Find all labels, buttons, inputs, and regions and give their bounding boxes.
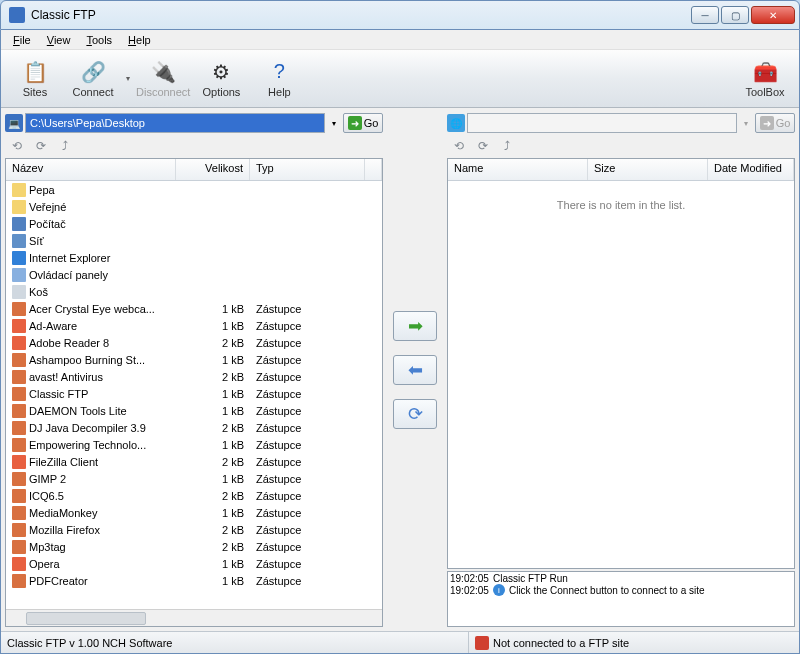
app-icon [9,7,25,23]
list-item[interactable]: Opera1 kBZástupce [6,555,382,572]
file-icon [12,234,26,248]
list-item[interactable]: avast! Antivirus2 kBZástupce [6,368,382,385]
list-item[interactable]: Mozilla Firefox2 kBZástupce [6,521,382,538]
close-button[interactable]: ✕ [751,6,795,24]
local-go-button[interactable]: ➜Go [343,113,383,133]
menu-tools[interactable]: Tools [78,32,120,48]
col-type[interactable]: Typ [250,159,365,180]
titlebar[interactable]: Classic FTP ─ ▢ ✕ [0,0,800,30]
connect-dropdown[interactable]: ▾ [123,53,133,105]
list-item[interactable]: Koš [6,283,382,300]
go-arrow-icon: ➜ [760,116,774,130]
col-size[interactable]: Velikost [176,159,250,180]
file-icon [12,302,26,316]
path-dropdown[interactable]: ▾ [327,119,341,128]
menu-view[interactable]: View [39,32,79,48]
remote-fwd-icon[interactable]: ⟳ [475,138,491,154]
drive-icon[interactable]: 💻 [5,114,23,132]
help-icon: ? [267,60,291,84]
file-icon [12,574,26,588]
local-path-input[interactable] [25,113,325,133]
list-item[interactable]: Veřejné [6,198,382,215]
list-item[interactable]: Mp3tag2 kBZástupce [6,538,382,555]
local-back-icon[interactable]: ⟲ [9,138,25,154]
file-icon [12,336,26,350]
upload-button[interactable]: ➡ [393,311,437,341]
maximize-button[interactable]: ▢ [721,6,749,24]
connect-button[interactable]: 🔗Connect [65,53,121,105]
file-icon [12,217,26,231]
list-item[interactable]: Počítač [6,215,382,232]
toolbar: 📋Sites 🔗Connect ▾ 🔌Disconnect ⚙Options ?… [1,50,799,108]
remote-listview[interactable]: Name Size Date Modified There is no item… [447,158,795,569]
file-icon [12,404,26,418]
info-icon: i [493,584,505,596]
file-icon [12,421,26,435]
transfer-column: ➡ ⬅ ⟳ [385,112,445,627]
file-icon [12,557,26,571]
list-item[interactable]: Internet Explorer [6,249,382,266]
connect-icon: 🔗 [81,60,105,84]
remote-path-input[interactable] [467,113,737,133]
remote-list-body[interactable]: There is no item in the list. [448,181,794,568]
local-fwd-icon[interactable]: ⟳ [33,138,49,154]
local-up-icon[interactable]: ⤴ [57,138,73,154]
remote-back-icon[interactable]: ⟲ [451,138,467,154]
sites-button[interactable]: 📋Sites [7,53,63,105]
menu-help[interactable]: Help [120,32,159,48]
remote-up-icon[interactable]: ⤴ [499,138,515,154]
options-button[interactable]: ⚙Options [193,53,249,105]
refresh-button[interactable]: ⟳ [393,399,437,429]
menu-file[interactable]: File [5,32,39,48]
list-item[interactable]: Pepa [6,181,382,198]
list-item[interactable]: ICQ6.52 kBZástupce [6,487,382,504]
col-name[interactable]: Name [448,159,588,180]
log-panel[interactable]: 19:02:05Classic FTP Run19:02:05iClick th… [447,571,795,627]
file-icon [12,472,26,486]
col-size[interactable]: Size [588,159,708,180]
file-icon [12,353,26,367]
file-icon [12,438,26,452]
local-pane: 💻 ▾ ➜Go ⟲ ⟳ ⤴ Název Velikost Typ PepaVeř… [5,112,383,627]
remote-go-button: ➜Go [755,113,795,133]
remote-path-dropdown[interactable]: ▾ [739,119,753,128]
col-name[interactable]: Název [6,159,176,180]
globe-icon[interactable]: 🌐 [447,114,465,132]
list-item[interactable]: Classic FTP1 kBZástupce [6,385,382,402]
toolbox-icon: 🧰 [753,60,777,84]
local-list-body[interactable]: PepaVeřejnéPočítačSíťInternet ExplorerOv… [6,181,382,609]
minimize-button[interactable]: ─ [691,6,719,24]
download-button[interactable]: ⬅ [393,355,437,385]
local-listview[interactable]: Název Velikost Typ PepaVeřejnéPočítačSíť… [5,158,383,627]
list-item[interactable]: Ovládací panely [6,266,382,283]
file-icon [12,489,26,503]
list-item[interactable]: Síť [6,232,382,249]
local-hscroll[interactable] [6,609,382,626]
statusbar: Classic FTP v 1.00 NCH Software Not conn… [1,631,799,653]
file-icon [12,200,26,214]
col-date[interactable]: Date Modified [708,159,794,180]
disconnect-icon: 🔌 [151,60,175,84]
file-icon [12,268,26,282]
list-item[interactable]: Adobe Reader 82 kBZástupce [6,334,382,351]
file-icon [12,319,26,333]
list-item[interactable]: Acer Crystal Eye webca...1 kBZástupce [6,300,382,317]
help-button[interactable]: ?Help [251,53,307,105]
file-icon [12,183,26,197]
list-item[interactable]: DJ Java Decompiler 3.92 kBZástupce [6,419,382,436]
status-version: Classic FTP v 1.00 NCH Software [7,632,469,653]
list-item[interactable]: Ad-Aware1 kBZástupce [6,317,382,334]
menubar: File View Tools Help [1,30,799,50]
list-item[interactable]: Ashampoo Burning St...1 kBZástupce [6,351,382,368]
remote-list-header: Name Size Date Modified [448,159,794,181]
disconnect-button: 🔌Disconnect [135,53,191,105]
list-item[interactable]: Empowering Technolo...1 kBZástupce [6,436,382,453]
list-item[interactable]: GIMP 21 kBZástupce [6,470,382,487]
list-item[interactable]: MediaMonkey1 kBZástupce [6,504,382,521]
list-item[interactable]: FileZilla Client2 kBZástupce [6,453,382,470]
file-icon [12,540,26,554]
list-item[interactable]: DAEMON Tools Lite1 kBZástupce [6,402,382,419]
list-item[interactable]: PDFCreator1 kBZástupce [6,572,382,589]
toolbox-button[interactable]: 🧰ToolBox [737,53,793,105]
file-icon [12,506,26,520]
